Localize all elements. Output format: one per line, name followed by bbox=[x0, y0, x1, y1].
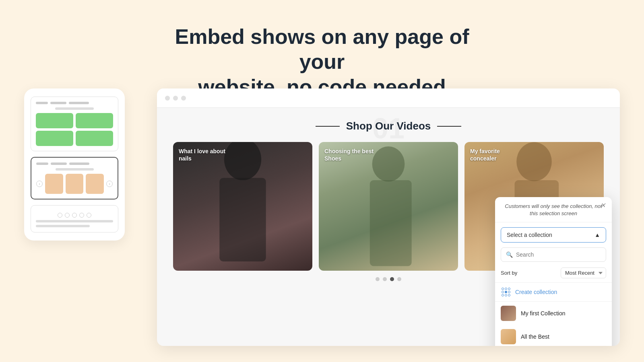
create-collection-icon bbox=[501, 287, 511, 297]
create-collection-button[interactable]: Create collection bbox=[495, 282, 612, 302]
search-input[interactable] bbox=[516, 251, 601, 258]
svg-rect-3 bbox=[370, 180, 412, 266]
chevron-up-icon: ▲ bbox=[594, 232, 600, 238]
browser-dot-red bbox=[165, 96, 170, 101]
browser-window: 01 Shop Our Videos What I love about nai… bbox=[157, 88, 620, 346]
slide-dot-1[interactable] bbox=[376, 277, 380, 281]
sort-by-label: Sort by bbox=[501, 270, 517, 276]
title-line-right bbox=[437, 126, 461, 127]
browser-header bbox=[157, 88, 620, 108]
select-placeholder: Select a collection bbox=[507, 232, 552, 238]
sort-row: Sort by Most Recent Oldest Name A-Z Name… bbox=[495, 266, 612, 282]
section-bg-number: 01 bbox=[372, 112, 405, 145]
collection-name-1: My first Collection bbox=[521, 310, 565, 317]
collection-name-2: All the Best bbox=[521, 333, 549, 340]
title-line-left bbox=[316, 126, 340, 127]
video-card-2[interactable]: Choosing the best Shoes bbox=[319, 142, 458, 271]
collection-thumb-2 bbox=[501, 329, 516, 344]
video-card-1[interactable]: What I love about nails bbox=[173, 142, 312, 271]
create-collection-label: Create collection bbox=[515, 289, 557, 295]
browser-dot-yellow bbox=[173, 96, 178, 101]
video-label-1: What I love about nails bbox=[179, 148, 235, 162]
video-label-2: Choosing the best Shoes bbox=[324, 148, 381, 162]
close-button[interactable]: ✕ bbox=[598, 201, 607, 210]
carousel-prev-arrow[interactable]: ‹ bbox=[36, 181, 43, 187]
video-label-3: My favorite concealer bbox=[470, 148, 526, 162]
dropdown-hint-text: Customers will only see the collection, … bbox=[495, 197, 612, 222]
phone-layout-panel: ‹ › bbox=[24, 88, 125, 241]
collection-thumb-1 bbox=[501, 306, 516, 321]
slide-dot-2[interactable] bbox=[383, 277, 387, 281]
slide-dot-3[interactable] bbox=[390, 277, 394, 281]
carousel-widget[interactable]: ‹ › bbox=[31, 157, 118, 200]
dots-widget[interactable] bbox=[31, 205, 118, 232]
collection-list: My first Collection All the Best Tomorro… bbox=[495, 302, 612, 346]
collection-item-2[interactable]: All the Best bbox=[495, 325, 612, 346]
section-title: 01 Shop Our Videos bbox=[173, 120, 604, 132]
search-box: 🔍 bbox=[501, 247, 606, 262]
grid-widget[interactable] bbox=[31, 97, 118, 151]
search-icon: 🔍 bbox=[506, 251, 513, 258]
slide-dot-4[interactable] bbox=[397, 277, 401, 281]
sort-select[interactable]: Most Recent Oldest Name A-Z Name Z-A bbox=[561, 267, 606, 278]
svg-rect-1 bbox=[219, 178, 266, 261]
collection-item-1[interactable]: My first Collection bbox=[495, 302, 612, 325]
carousel-next-arrow[interactable]: › bbox=[106, 181, 113, 187]
collection-dropdown-panel: Customers will only see the collection, … bbox=[495, 197, 612, 346]
browser-dot-green bbox=[181, 96, 186, 101]
collection-select[interactable]: Select a collection ▲ bbox=[501, 227, 606, 243]
